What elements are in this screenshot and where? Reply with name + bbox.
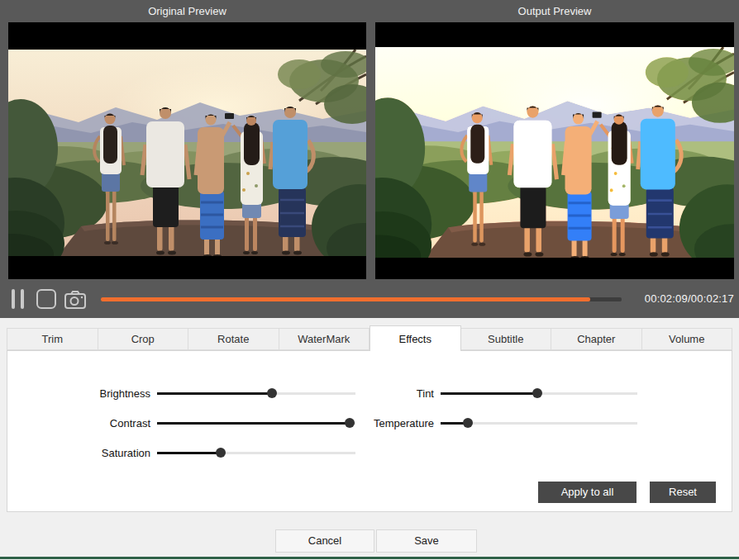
window-bottom-border xyxy=(0,557,739,559)
tab-bar: Trim Crop Rotate WaterMark Effects Subti… xyxy=(7,325,732,350)
seek-bar-fill xyxy=(101,297,590,301)
output-preview-frame xyxy=(375,22,734,279)
reset-button[interactable]: Reset xyxy=(650,482,716,503)
save-button[interactable]: Save xyxy=(376,529,477,553)
saturation-label: Saturation xyxy=(86,447,150,459)
tab-rotate[interactable]: Rotate xyxy=(188,328,279,350)
temperature-label: Temperature xyxy=(366,417,434,429)
tab-crop[interactable]: Crop xyxy=(98,328,189,350)
original-preview-title: Original Preview xyxy=(8,4,366,19)
tab-subtitle[interactable]: Subtitle xyxy=(461,328,552,350)
contrast-slider-knob[interactable] xyxy=(345,418,355,428)
pause-icon[interactable] xyxy=(11,289,26,309)
saturation-slider-knob[interactable] xyxy=(216,448,226,458)
cancel-button[interactable]: Cancel xyxy=(275,529,374,553)
seek-bar[interactable] xyxy=(101,297,622,301)
contrast-label: Contrast xyxy=(86,417,150,429)
apply-to-all-button[interactable]: Apply to all xyxy=(538,482,636,503)
temperature-slider[interactable] xyxy=(441,417,637,429)
player-controls: 00:02:09/00:02:17 xyxy=(0,279,739,318)
output-preview-title: Output Preview xyxy=(375,4,734,19)
tab-trim[interactable]: Trim xyxy=(7,328,98,350)
video-frame-scene xyxy=(375,47,734,258)
contrast-slider[interactable] xyxy=(157,417,355,429)
original-preview-frame xyxy=(8,22,366,279)
tint-slider[interactable] xyxy=(441,387,637,399)
tint-label: Tint xyxy=(366,387,434,400)
output-preview-video xyxy=(375,47,734,258)
saturation-slider[interactable] xyxy=(157,447,355,458)
tint-slider-knob[interactable] xyxy=(532,388,542,398)
stop-icon[interactable] xyxy=(36,289,56,309)
original-preview-video xyxy=(8,50,366,256)
tab-volume[interactable]: Volume xyxy=(642,328,733,350)
video-frame-scene xyxy=(8,50,366,256)
tab-effects[interactable]: Effects xyxy=(370,325,461,351)
tab-watermark[interactable]: WaterMark xyxy=(279,328,370,350)
brightness-slider[interactable] xyxy=(157,387,355,399)
time-display: 00:02:09/00:02:17 xyxy=(645,292,734,305)
snapshot-icon[interactable] xyxy=(64,289,87,311)
temperature-slider-knob[interactable] xyxy=(463,418,473,428)
effects-panel: Brightness Contrast Saturation Tint Tem xyxy=(7,350,732,512)
brightness-slider-knob[interactable] xyxy=(267,388,277,398)
preview-section: Original Preview Output Preview xyxy=(0,0,739,318)
brightness-label: Brightness xyxy=(86,387,150,400)
tab-chapter[interactable]: Chapter xyxy=(551,328,642,350)
